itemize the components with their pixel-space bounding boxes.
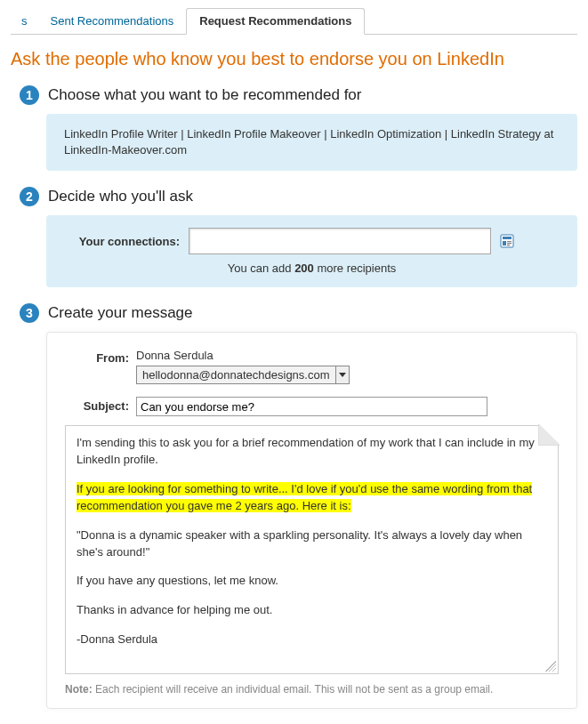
subject-input[interactable] [136, 397, 487, 416]
subject-label: Subject: [65, 397, 136, 413]
svg-rect-1 [503, 237, 511, 239]
tab-sent-recommendations[interactable]: Sent Recommendations [38, 9, 187, 34]
msg-para-4: If you have any questions, let me know. [77, 573, 547, 590]
note-text: Note: Each recipient will receive an ind… [65, 683, 559, 696]
msg-para-3: "Donna is a dynamic speaker with a spark… [77, 527, 547, 561]
from-label: From: [65, 349, 136, 365]
step-3-badge: 3 [20, 303, 39, 323]
step-1-title: Choose what you want to be recommended f… [48, 86, 361, 104]
svg-rect-5 [507, 245, 510, 245]
svg-rect-3 [507, 241, 511, 242]
address-book-icon[interactable] [500, 234, 514, 248]
connections-input[interactable] [189, 228, 491, 254]
step-2-badge: 2 [20, 187, 39, 206]
from-email-select[interactable]: hellodonna@donnatechdesigns.com [136, 366, 350, 384]
tab-truncated[interactable]: s [11, 9, 38, 34]
resize-handle-icon[interactable] [545, 661, 556, 672]
connections-label: Your connections: [64, 235, 180, 248]
step-3: 3 Create your message From: Donna Serdul… [20, 303, 577, 709]
step-3-panel: From: Donna Serdula hellodonna@donnatech… [46, 332, 577, 709]
chevron-down-icon [335, 366, 349, 383]
message-body-wrap: I'm sending this to ask you for a brief … [65, 425, 559, 674]
message-body[interactable]: I'm sending this to ask you for a brief … [65, 425, 559, 674]
step-2-title: Decide who you'll ask [48, 188, 193, 205]
step-1: 1 Choose what you want to be recommended… [20, 85, 577, 171]
svg-rect-2 [503, 241, 506, 245]
recipients-note: You can add 200 more recipients [64, 261, 560, 275]
svg-rect-4 [507, 243, 511, 244]
msg-para-highlight: If you are looking for something to writ… [77, 481, 547, 515]
step-2-panel: Your connections: You can add 200 more r… [46, 215, 577, 287]
position-text: LinkedIn Profile Writer | LinkedIn Profi… [64, 126, 560, 158]
from-email-value: hellodonna@donnatechdesigns.com [137, 366, 335, 383]
step-1-panel: LinkedIn Profile Writer | LinkedIn Profi… [46, 114, 577, 171]
page-corner-icon [538, 424, 560, 446]
step-3-title: Create your message [48, 304, 193, 322]
msg-para-6: -Donna Serdula [77, 631, 547, 648]
from-name: Donna Serdula [136, 349, 350, 362]
msg-para-5: Thanks in advance for helping me out. [77, 602, 547, 619]
step-1-badge: 1 [20, 85, 39, 105]
page-headline: Ask the people who know you best to endo… [11, 49, 577, 69]
svg-marker-6 [339, 373, 346, 377]
step-2: 2 Decide who you'll ask Your connections… [20, 187, 577, 287]
tab-request-recommendations[interactable]: Request Recommendations [186, 8, 365, 35]
msg-para-1: I'm sending this to ask you for a brief … [77, 435, 547, 469]
tabs-bar: s Sent Recommendations Request Recommend… [11, 7, 577, 35]
